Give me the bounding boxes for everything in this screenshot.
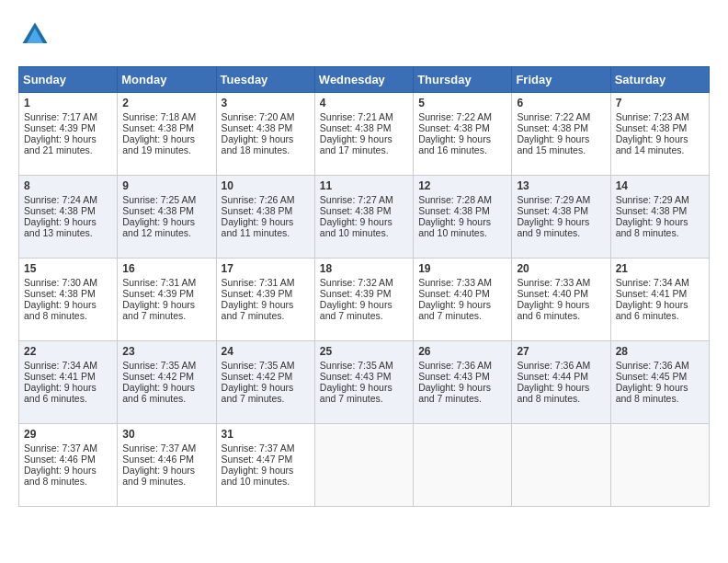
calendar-cell: 25Sunrise: 7:35 AMSunset: 4:43 PMDayligh… bbox=[314, 341, 413, 424]
day-info: Sunrise: 7:23 AMSunset: 4:38 PMDaylight:… bbox=[616, 111, 689, 155]
calendar-week-row: 29Sunrise: 7:37 AMSunset: 4:46 PMDayligh… bbox=[19, 424, 710, 507]
calendar-cell bbox=[512, 424, 610, 507]
day-info: Sunrise: 7:22 AMSunset: 4:38 PMDaylight:… bbox=[517, 111, 590, 155]
day-number: 3 bbox=[222, 97, 310, 109]
calendar-cell: 15Sunrise: 7:30 AMSunset: 4:38 PMDayligh… bbox=[19, 259, 118, 341]
calendar-cell bbox=[414, 424, 512, 507]
col-header-thursday: Thursday bbox=[414, 67, 512, 93]
day-info: Sunrise: 7:37 AMSunset: 4:47 PMDaylight:… bbox=[222, 442, 295, 487]
col-header-tuesday: Tuesday bbox=[216, 67, 314, 93]
day-info: Sunrise: 7:29 AMSunset: 4:38 PMDaylight:… bbox=[517, 194, 590, 238]
calendar-cell: 27Sunrise: 7:36 AMSunset: 4:44 PMDayligh… bbox=[512, 341, 610, 424]
day-info: Sunrise: 7:31 AMSunset: 4:39 PMDaylight:… bbox=[222, 277, 295, 321]
day-info: Sunrise: 7:24 AMSunset: 4:38 PMDaylight:… bbox=[24, 194, 97, 238]
day-info: Sunrise: 7:30 AMSunset: 4:38 PMDaylight:… bbox=[24, 277, 97, 321]
calendar-cell: 28Sunrise: 7:36 AMSunset: 4:45 PMDayligh… bbox=[610, 341, 709, 424]
calendar-cell: 5Sunrise: 7:22 AMSunset: 4:38 PMDaylight… bbox=[414, 93, 512, 176]
calendar-cell: 6Sunrise: 7:22 AMSunset: 4:38 PMDaylight… bbox=[512, 93, 610, 176]
calendar-table: SundayMondayTuesdayWednesdayThursdayFrid… bbox=[18, 66, 710, 507]
calendar-cell: 7Sunrise: 7:23 AMSunset: 4:38 PMDaylight… bbox=[610, 93, 709, 176]
day-number: 30 bbox=[122, 428, 210, 441]
day-number: 15 bbox=[24, 262, 112, 275]
day-number: 6 bbox=[517, 97, 605, 109]
col-header-monday: Monday bbox=[118, 67, 216, 93]
day-number: 10 bbox=[222, 179, 310, 192]
day-info: Sunrise: 7:27 AMSunset: 4:38 PMDaylight:… bbox=[320, 194, 393, 238]
day-number: 8 bbox=[24, 179, 112, 192]
day-number: 5 bbox=[418, 97, 506, 109]
calendar-cell: 16Sunrise: 7:31 AMSunset: 4:39 PMDayligh… bbox=[118, 259, 216, 341]
col-header-friday: Friday bbox=[512, 67, 610, 93]
calendar-cell: 10Sunrise: 7:26 AMSunset: 4:38 PMDayligh… bbox=[216, 176, 314, 259]
day-number: 12 bbox=[418, 179, 506, 192]
calendar-cell bbox=[314, 424, 413, 507]
calendar-cell: 1Sunrise: 7:17 AMSunset: 4:39 PMDaylight… bbox=[19, 93, 118, 176]
calendar-cell: 12Sunrise: 7:28 AMSunset: 4:38 PMDayligh… bbox=[414, 176, 512, 259]
calendar-cell: 2Sunrise: 7:18 AMSunset: 4:38 PMDaylight… bbox=[118, 93, 216, 176]
day-number: 9 bbox=[122, 179, 210, 192]
col-header-saturday: Saturday bbox=[610, 67, 709, 93]
day-info: Sunrise: 7:18 AMSunset: 4:38 PMDaylight:… bbox=[122, 111, 196, 155]
calendar-cell: 22Sunrise: 7:34 AMSunset: 4:41 PMDayligh… bbox=[19, 341, 118, 424]
day-info: Sunrise: 7:36 AMSunset: 4:45 PMDaylight:… bbox=[616, 360, 689, 404]
day-info: Sunrise: 7:36 AMSunset: 4:43 PMDaylight:… bbox=[418, 360, 492, 404]
day-info: Sunrise: 7:36 AMSunset: 4:44 PMDaylight:… bbox=[517, 360, 590, 404]
day-info: Sunrise: 7:33 AMSunset: 4:40 PMDaylight:… bbox=[418, 277, 492, 321]
calendar-cell: 13Sunrise: 7:29 AMSunset: 4:38 PMDayligh… bbox=[512, 176, 610, 259]
day-number: 27 bbox=[517, 345, 605, 358]
day-number: 17 bbox=[222, 262, 310, 275]
calendar-cell: 17Sunrise: 7:31 AMSunset: 4:39 PMDayligh… bbox=[216, 259, 314, 341]
col-header-sunday: Sunday bbox=[19, 67, 118, 93]
day-number: 2 bbox=[122, 97, 210, 109]
calendar-week-row: 1Sunrise: 7:17 AMSunset: 4:39 PMDaylight… bbox=[19, 93, 710, 176]
day-info: Sunrise: 7:34 AMSunset: 4:41 PMDaylight:… bbox=[616, 277, 689, 321]
calendar-week-row: 22Sunrise: 7:34 AMSunset: 4:41 PMDayligh… bbox=[19, 341, 710, 424]
day-info: Sunrise: 7:29 AMSunset: 4:38 PMDaylight:… bbox=[616, 194, 689, 238]
calendar-cell: 14Sunrise: 7:29 AMSunset: 4:38 PMDayligh… bbox=[610, 176, 709, 259]
calendar-cell: 31Sunrise: 7:37 AMSunset: 4:47 PMDayligh… bbox=[216, 424, 314, 507]
day-number: 16 bbox=[122, 262, 210, 275]
calendar-cell: 30Sunrise: 7:37 AMSunset: 4:46 PMDayligh… bbox=[118, 424, 216, 507]
day-info: Sunrise: 7:32 AMSunset: 4:39 PMDaylight:… bbox=[320, 277, 393, 321]
day-number: 28 bbox=[616, 345, 704, 358]
day-info: Sunrise: 7:34 AMSunset: 4:41 PMDaylight:… bbox=[24, 360, 97, 404]
calendar-cell: 20Sunrise: 7:33 AMSunset: 4:40 PMDayligh… bbox=[512, 259, 610, 341]
day-info: Sunrise: 7:35 AMSunset: 4:42 PMDaylight:… bbox=[222, 360, 295, 404]
day-info: Sunrise: 7:33 AMSunset: 4:40 PMDaylight:… bbox=[517, 277, 590, 321]
day-info: Sunrise: 7:35 AMSunset: 4:42 PMDaylight:… bbox=[122, 360, 196, 404]
day-number: 13 bbox=[517, 179, 605, 192]
day-info: Sunrise: 7:37 AMSunset: 4:46 PMDaylight:… bbox=[24, 442, 97, 487]
logo-icon bbox=[18, 18, 51, 52]
day-number: 11 bbox=[320, 179, 408, 192]
day-number: 23 bbox=[122, 345, 210, 358]
col-header-wednesday: Wednesday bbox=[314, 67, 413, 93]
day-number: 21 bbox=[616, 262, 704, 275]
day-number: 26 bbox=[418, 345, 506, 358]
day-number: 20 bbox=[517, 262, 605, 275]
day-info: Sunrise: 7:20 AMSunset: 4:38 PMDaylight:… bbox=[222, 111, 295, 155]
day-number: 22 bbox=[24, 345, 112, 358]
calendar-cell: 23Sunrise: 7:35 AMSunset: 4:42 PMDayligh… bbox=[118, 341, 216, 424]
calendar-cell: 21Sunrise: 7:34 AMSunset: 4:41 PMDayligh… bbox=[610, 259, 709, 341]
calendar-cell bbox=[610, 424, 709, 507]
day-number: 24 bbox=[222, 345, 310, 358]
day-number: 19 bbox=[418, 262, 506, 275]
day-number: 31 bbox=[222, 428, 310, 441]
calendar-cell: 11Sunrise: 7:27 AMSunset: 4:38 PMDayligh… bbox=[314, 176, 413, 259]
day-info: Sunrise: 7:35 AMSunset: 4:43 PMDaylight:… bbox=[320, 360, 393, 404]
calendar-week-row: 15Sunrise: 7:30 AMSunset: 4:38 PMDayligh… bbox=[19, 259, 710, 341]
calendar-cell: 4Sunrise: 7:21 AMSunset: 4:38 PMDaylight… bbox=[314, 93, 413, 176]
day-info: Sunrise: 7:26 AMSunset: 4:38 PMDaylight:… bbox=[222, 194, 295, 238]
calendar-cell: 18Sunrise: 7:32 AMSunset: 4:39 PMDayligh… bbox=[314, 259, 413, 341]
day-info: Sunrise: 7:21 AMSunset: 4:38 PMDaylight:… bbox=[320, 111, 393, 155]
page-header bbox=[18, 18, 710, 52]
day-info: Sunrise: 7:31 AMSunset: 4:39 PMDaylight:… bbox=[122, 277, 196, 321]
calendar-cell: 29Sunrise: 7:37 AMSunset: 4:46 PMDayligh… bbox=[19, 424, 118, 507]
day-info: Sunrise: 7:22 AMSunset: 4:38 PMDaylight:… bbox=[418, 111, 492, 155]
day-info: Sunrise: 7:37 AMSunset: 4:46 PMDaylight:… bbox=[122, 442, 196, 487]
day-number: 14 bbox=[616, 179, 704, 192]
day-number: 1 bbox=[24, 97, 112, 109]
day-info: Sunrise: 7:17 AMSunset: 4:39 PMDaylight:… bbox=[24, 111, 97, 155]
day-number: 18 bbox=[320, 262, 408, 275]
day-number: 29 bbox=[24, 428, 112, 441]
